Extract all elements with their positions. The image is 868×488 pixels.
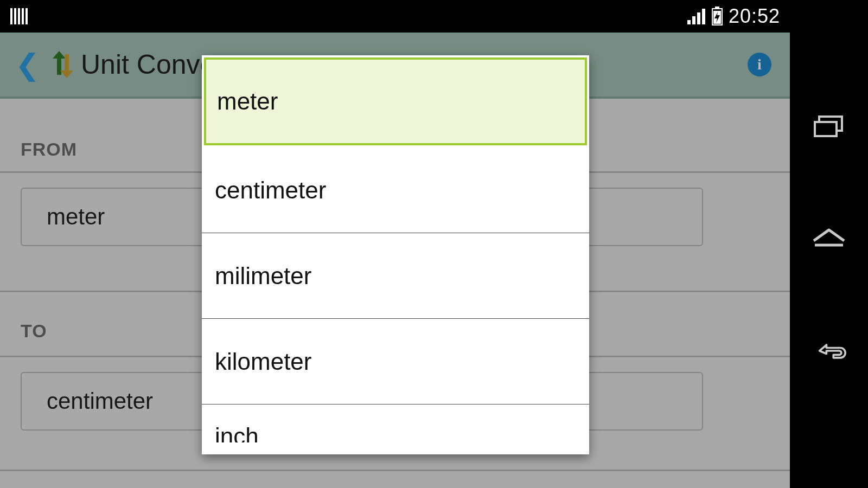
- back-icon[interactable]: [812, 338, 846, 364]
- barcode-icon: [10, 7, 28, 25]
- unit-option-label: meter: [217, 88, 278, 115]
- unit-option-kilometer[interactable]: kilometer: [202, 319, 589, 404]
- svg-rect-5: [687, 20, 691, 24]
- svg-rect-8: [702, 9, 705, 24]
- svg-rect-2: [18, 8, 20, 24]
- svg-rect-6: [692, 16, 695, 24]
- svg-rect-3: [22, 8, 24, 24]
- svg-rect-7: [697, 12, 700, 24]
- svg-rect-1: [14, 8, 16, 24]
- svg-rect-10: [715, 7, 719, 9]
- unit-option-milimeter[interactable]: milimeter: [202, 233, 589, 319]
- svg-rect-4: [25, 8, 28, 24]
- svg-rect-15: [815, 122, 837, 136]
- unit-option-centimeter[interactable]: centimeter: [202, 147, 589, 233]
- cell-signal-icon: [687, 8, 706, 24]
- unit-option-label: kilometer: [215, 348, 312, 375]
- svg-rect-0: [10, 8, 12, 24]
- unit-option-meter[interactable]: meter: [204, 57, 587, 145]
- unit-option-label: milimeter: [215, 262, 311, 290]
- status-clock: 20:52: [729, 5, 780, 28]
- recent-apps-icon[interactable]: [812, 113, 846, 139]
- android-nav-bar: [790, 0, 868, 488]
- app-screen: 20:52 ❮ Unit Converter i FROM meter TO c…: [0, 0, 790, 488]
- unit-option-inch[interactable]: inch: [202, 404, 589, 442]
- unit-select-dialog: meter centimeter milimeter kilometer inc…: [202, 55, 589, 454]
- status-bar: 20:52: [0, 0, 790, 33]
- home-icon[interactable]: [812, 226, 846, 252]
- unit-option-label: centimeter: [215, 177, 326, 204]
- unit-option-label: inch: [215, 423, 259, 442]
- battery-charging-icon: [711, 7, 723, 26]
